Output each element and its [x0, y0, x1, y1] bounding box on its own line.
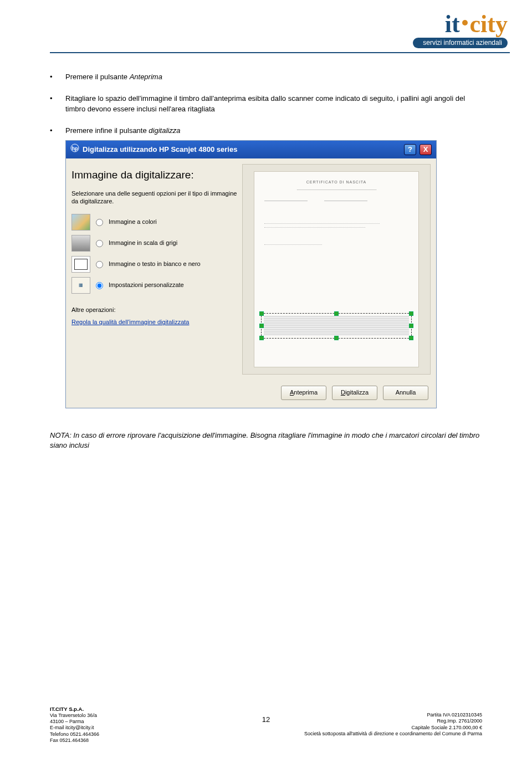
adjust-quality-link[interactable]: Regola la qualità dell'immagine digitali… — [71, 318, 189, 327]
dialog-heading: Immagine da digitalizzare: — [71, 167, 238, 183]
list-item: Premere infine il pulsante digitalizza h… — [65, 126, 482, 409]
crop-selection[interactable] — [261, 313, 412, 339]
logo-city-text: city — [470, 10, 508, 38]
preview-panel: CERTIFICATO DI NASCITA — [242, 164, 431, 375]
other-operations-label: Altre operazioni: — [71, 306, 238, 315]
note-text: NOTA: In caso di errore riprovare l'acqu… — [50, 431, 482, 450]
footer-left: IT.CITY S.p.A. Via Traversetolo 36/a 431… — [50, 706, 99, 744]
resize-handle-icon[interactable] — [259, 311, 264, 316]
logo-it-text: it — [445, 10, 460, 38]
dialog-left-panel: Immagine da digitalizzare: Selezionare u… — [71, 164, 238, 375]
resize-handle-icon[interactable] — [409, 324, 413, 328]
footer-reg: Reg.Imp. 2761/2000 — [304, 718, 482, 724]
close-button[interactable]: X — [420, 144, 432, 155]
footer-right: Partita IVA 02102310345 Reg.Imp. 2761/20… — [304, 706, 482, 737]
footer-address-1: Via Traversetolo 36/a — [50, 713, 99, 719]
dialog-titlebar: hp Digitalizza utilizzando HP Scanjet 48… — [66, 141, 436, 158]
option-custom-row[interactable]: ▦ Impostazioni personalizzate — [71, 277, 238, 294]
bullet-text: Ritagliare lo spazio dell'immagine il ti… — [65, 94, 465, 113]
option-label: Immagine a colori — [109, 218, 157, 227]
logo-dot-icon — [462, 20, 468, 25]
footer-societa: Società sottoposta all'attività di direz… — [304, 731, 482, 737]
hp-icon: hp — [70, 144, 79, 156]
option-label: Immagine o testo in bianco e nero — [109, 260, 201, 269]
company-logo: it city servizi informatici aziendali — [391, 10, 508, 48]
svg-text:hp: hp — [72, 146, 78, 151]
radio-bw[interactable] — [96, 261, 103, 268]
bullet-emphasis: Anteprima — [130, 73, 162, 81]
resize-handle-icon[interactable] — [334, 311, 339, 316]
dialog-title-text: Digitalizza utilizzando HP Scanjet 4800 … — [83, 145, 237, 155]
scan-button[interactable]: Digitalizza — [332, 386, 377, 400]
radio-gray[interactable] — [96, 240, 103, 247]
radio-color[interactable] — [96, 219, 103, 226]
option-label: Impostazioni personalizzate — [109, 281, 184, 290]
footer-fax: Fax 0521.464368 — [50, 737, 99, 744]
dialog-description: Selezionare una delle seguenti opzioni p… — [71, 190, 238, 206]
logo-tagline: servizi informatici aziendali — [413, 38, 508, 48]
option-color-row[interactable]: Immagine a colori — [71, 214, 238, 231]
list-item: Ritagliare lo spazio dell'immagine il ti… — [65, 94, 482, 115]
page-footer: IT.CITY S.p.A. Via Traversetolo 36/a 431… — [50, 706, 482, 744]
option-label: Immagine in scala di grigi — [109, 239, 177, 248]
thumb-gray-icon — [71, 235, 90, 252]
resize-handle-icon[interactable] — [334, 336, 339, 340]
footer-capitale: Capitale Sociale 2.170.000,00 € — [304, 725, 482, 731]
footer-address-2: 43100 – Parma — [50, 719, 99, 725]
radio-custom[interactable] — [96, 282, 103, 289]
scanned-document-preview: CERTIFICATO DI NASCITA — [254, 171, 419, 367]
bullet-emphasis: digitalizza — [149, 126, 180, 135]
header-divider — [50, 52, 510, 53]
resize-handle-icon[interactable] — [259, 324, 264, 328]
bullet-text: Premere il pulsante — [65, 73, 130, 81]
cancel-button[interactable]: Annulla — [383, 386, 428, 400]
option-bw-row[interactable]: Immagine o testo in bianco e nero — [71, 256, 238, 273]
preview-button[interactable]: Anteprima — [281, 386, 326, 400]
thumb-bw-icon — [71, 256, 90, 273]
thumb-color-icon — [71, 214, 90, 231]
footer-email: E-mail itcity@itcity.it — [50, 725, 99, 731]
resize-handle-icon[interactable] — [259, 336, 264, 340]
instruction-list: Premere il pulsante Anteprima Ritagliare… — [50, 72, 482, 408]
thumb-custom-icon: ▦ — [71, 277, 90, 294]
bullet-text: Premere infine il pulsante — [65, 126, 149, 135]
preview-doc-title: CERTIFICATO DI NASCITA — [264, 180, 408, 185]
footer-telephone: Telefono 0521.464366 — [50, 731, 99, 737]
dialog-button-bar: Anteprima Digitalizza Annulla — [66, 380, 436, 408]
resize-handle-icon[interactable] — [409, 336, 413, 340]
page-content: Premere il pulsante Anteprima Ritagliare… — [50, 72, 482, 451]
scanner-dialog: hp Digitalizza utilizzando HP Scanjet 48… — [65, 140, 437, 408]
help-button[interactable]: ? — [404, 144, 416, 155]
footer-company-name: IT.CITY S.p.A. — [50, 706, 99, 713]
list-item: Premere il pulsante Anteprima — [65, 72, 482, 83]
option-gray-row[interactable]: Immagine in scala di grigi — [71, 235, 238, 252]
footer-piva: Partita IVA 02102310345 — [304, 712, 482, 718]
resize-handle-icon[interactable] — [409, 311, 413, 316]
